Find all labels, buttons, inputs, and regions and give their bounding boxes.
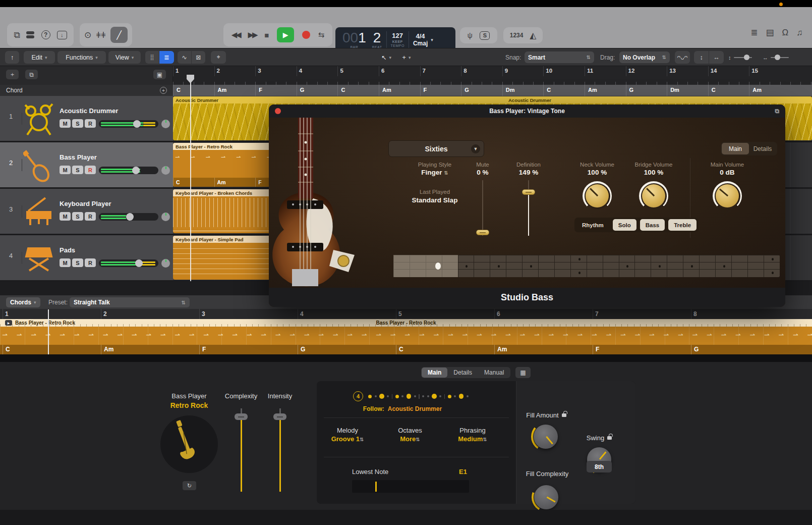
edit-menu[interactable]: Edit bbox=[24, 51, 55, 64]
loop-browser-icon[interactable]: Ω bbox=[782, 28, 789, 37]
pattern-number-badge[interactable]: 4 bbox=[353, 391, 363, 401]
close-window-icon[interactable] bbox=[275, 108, 281, 114]
vertical-zoom-slider[interactable]: ↕ bbox=[728, 55, 752, 61]
pattern-dots[interactable] bbox=[368, 392, 469, 400]
pointer-tool-menu[interactable]: ↖ bbox=[377, 51, 395, 64]
forward-button[interactable]: ▶▶ bbox=[248, 30, 257, 39]
media-browser-icon[interactable]: ⧉ bbox=[14, 31, 20, 39]
volume-slider[interactable] bbox=[99, 213, 158, 221]
secondary-tool-menu[interactable]: + bbox=[397, 51, 416, 64]
plugin-title-bar[interactable]: Bass Player: Vintage Tone ⧉ bbox=[269, 104, 785, 118]
rewind-button[interactable]: ◀◀ bbox=[231, 30, 240, 39]
marquee-tool-icon[interactable]: ⊠ bbox=[192, 51, 205, 64]
horizontal-zoom-icon[interactable]: ↔ bbox=[709, 51, 724, 64]
note-pads-icon[interactable]: ▤ bbox=[766, 28, 774, 37]
bar-ruler[interactable]: 123456789101112131415 bbox=[173, 66, 812, 76]
plugin-window-bass-player[interactable]: Bass Player: Vintage Tone ⧉ Sixtie bbox=[269, 104, 785, 307]
lcd-chevron-icon[interactable]: ▾ bbox=[431, 37, 433, 42]
lowest-note-slider[interactable] bbox=[352, 480, 469, 493]
solo-button[interactable]: S bbox=[72, 258, 83, 267]
grid-view-icon[interactable]: ⣿ bbox=[145, 51, 159, 64]
vertical-zoom-icon[interactable]: ↕ bbox=[694, 51, 709, 64]
bridge-volume-knob[interactable] bbox=[639, 181, 668, 211]
mute-fader-handle[interactable] bbox=[476, 230, 489, 235]
pickup-button[interactable]: Solo bbox=[613, 219, 636, 231]
solo-button[interactable]: S bbox=[72, 212, 83, 221]
editor-track-preset[interactable]: Retro Rock bbox=[149, 401, 229, 409]
count-in-button[interactable]: 1234 bbox=[510, 32, 524, 39]
fill-complexity-knob[interactable] bbox=[534, 485, 558, 509]
plugin-tab-main[interactable]: Main bbox=[722, 143, 749, 154]
metronome-icon[interactable]: ◭ bbox=[530, 31, 536, 40]
pencil-tool-icon[interactable]: ╱ bbox=[110, 27, 128, 43]
record-button[interactable] bbox=[302, 31, 310, 39]
chord-cell[interactable]: F bbox=[420, 85, 461, 96]
smart-controls-icon[interactable]: ▦ bbox=[515, 367, 531, 378]
octaves-select[interactable]: More bbox=[380, 435, 440, 443]
hide-arrange-button[interactable]: ↑ bbox=[5, 51, 19, 64]
definition-fader[interactable] bbox=[528, 180, 529, 236]
tuning-fork-icon[interactable]: ψ bbox=[468, 32, 473, 39]
tab-details[interactable]: Details bbox=[447, 368, 478, 378]
chord-cell[interactable]: G bbox=[297, 85, 338, 96]
refresh-button[interactable]: ↻ bbox=[183, 481, 196, 490]
mixer-icon[interactable]: ǂǂ bbox=[96, 31, 106, 39]
main-volume-knob[interactable] bbox=[713, 181, 742, 211]
stop-button[interactable]: ■ bbox=[264, 31, 269, 39]
chord-cell[interactable]: Am bbox=[585, 85, 626, 96]
chord-cell[interactable]: Am bbox=[379, 85, 420, 96]
chord-cell[interactable]: Am bbox=[749, 85, 790, 96]
add-track-button[interactable]: ＋ bbox=[6, 70, 19, 79]
record-enable-button[interactable]: R bbox=[85, 166, 96, 174]
solo-button[interactable]: S bbox=[72, 119, 83, 128]
chord-cell[interactable]: Dm bbox=[502, 85, 544, 96]
chord-cell[interactable]: Am bbox=[214, 85, 256, 96]
pan-knob[interactable] bbox=[161, 213, 170, 221]
solo-badge[interactable]: S bbox=[480, 31, 490, 40]
list-view-icon[interactable]: ≣ bbox=[159, 51, 174, 64]
record-enable-button[interactable]: R bbox=[85, 119, 96, 128]
chord-cell[interactable]: G bbox=[626, 85, 667, 96]
volume-slider[interactable] bbox=[99, 259, 158, 267]
definition-fader-handle[interactable] bbox=[522, 189, 535, 195]
snap-select[interactable]: Smart bbox=[525, 51, 594, 63]
volume-slider[interactable] bbox=[99, 120, 158, 128]
chord-cell[interactable]: C bbox=[543, 85, 585, 96]
phrasing-select[interactable]: Medium bbox=[442, 435, 503, 443]
track-stack-icon[interactable]: ▣ bbox=[153, 70, 166, 79]
neck-volume-knob[interactable] bbox=[583, 181, 612, 211]
volume-slider[interactable] bbox=[99, 167, 158, 174]
ruler-ticks[interactable] bbox=[173, 76, 812, 85]
mute-fader[interactable] bbox=[482, 180, 483, 236]
solo-button[interactable]: S bbox=[72, 166, 83, 174]
editor-region-header[interactable]: ▶ Bass Player - Retro Rock Bass Player -… bbox=[0, 319, 812, 327]
editor-playhead[interactable] bbox=[48, 309, 49, 354]
glue-tool-icon[interactable]: ∿ bbox=[178, 51, 191, 64]
horizontal-zoom-slider[interactable]: ↔ bbox=[763, 55, 789, 61]
play-button[interactable]: ▶ bbox=[277, 27, 294, 42]
duplicate-track-button[interactable]: ⧉ bbox=[25, 70, 38, 79]
swing-rate-button[interactable]: 8th bbox=[587, 461, 612, 472]
track-name[interactable]: Keyboard Player bbox=[60, 200, 111, 207]
track-name[interactable]: Acoustic Drummer bbox=[60, 107, 118, 115]
pan-knob[interactable] bbox=[161, 259, 170, 268]
media-library-icon[interactable]: ♫ bbox=[796, 28, 803, 37]
chord-cell[interactable]: F bbox=[255, 85, 297, 96]
chord-cell[interactable]: C bbox=[173, 85, 214, 96]
cycle-button[interactable]: ⇆ bbox=[318, 30, 325, 39]
record-enable-button[interactable]: R bbox=[85, 212, 96, 221]
chords-menu-button[interactable]: Chords bbox=[6, 297, 40, 307]
plugin-tab-details[interactable]: Details bbox=[749, 143, 776, 154]
chord-cell[interactable]: Dm bbox=[667, 85, 708, 96]
follow-setting[interactable]: Follow: Acoustic Drummer bbox=[327, 405, 478, 412]
tab-main[interactable]: Main bbox=[422, 368, 447, 378]
plugin-preset-select[interactable]: Sixties▼ bbox=[388, 140, 484, 157]
complexity-slider[interactable] bbox=[234, 408, 249, 492]
drag-select[interactable]: No Overlap bbox=[619, 51, 670, 63]
chord-cell[interactable]: G bbox=[461, 85, 502, 96]
region-play-icon[interactable]: ▶ bbox=[5, 320, 12, 326]
download-icon[interactable]: ↓ bbox=[57, 31, 67, 39]
link-window-icon[interactable]: ⧉ bbox=[775, 108, 779, 115]
chord-track[interactable]: CAmFGCAmFGDmCAmGDmCAm bbox=[173, 85, 812, 96]
tuner-icon[interactable]: ⊙ bbox=[84, 31, 91, 39]
